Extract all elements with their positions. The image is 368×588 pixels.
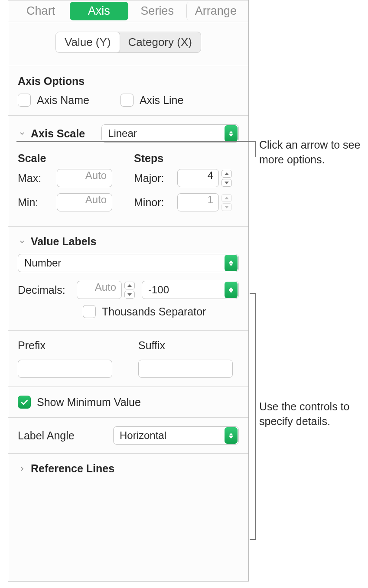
value-labels-heading: Value Labels	[31, 235, 96, 248]
callout-bracket-1	[16, 141, 256, 157]
major-stepper: 4	[177, 169, 232, 187]
major-input[interactable]: 4	[177, 169, 219, 187]
minor-step-up	[221, 194, 232, 202]
axis-scale-value: Linear	[108, 127, 137, 140]
chevron-down-icon[interactable]	[18, 129, 26, 138]
axis-scale-heading: Axis Scale	[31, 127, 85, 140]
axis-name-label: Axis Name	[37, 94, 89, 107]
axis-scale-popup[interactable]: Linear	[101, 124, 239, 143]
reference-lines-heading: Reference Lines	[31, 462, 114, 475]
suffix-label: Suffix	[138, 339, 233, 352]
minor-stepper-buttons	[221, 194, 232, 211]
format-value: Number	[24, 257, 61, 269]
major-label: Major:	[134, 172, 172, 185]
minor-step-down	[221, 203, 232, 211]
decimals-step-up[interactable]	[124, 282, 135, 289]
minor-input[interactable]: 1	[177, 193, 219, 211]
decimals-stepper-buttons[interactable]	[124, 282, 135, 299]
decimals-input[interactable]: Auto	[77, 281, 122, 299]
min-input[interactable]: Auto	[57, 193, 112, 211]
popup-arrows-icon	[225, 427, 238, 444]
suffix-input[interactable]	[138, 360, 233, 378]
thousands-checkbox[interactable]	[83, 305, 96, 318]
min-label: Min:	[18, 196, 52, 209]
label-angle-label: Label Angle	[18, 429, 104, 442]
label-angle-value: Horizontal	[120, 429, 166, 442]
show-min-section: Show Minimum Value	[8, 387, 248, 418]
minor-label: Minor:	[134, 196, 172, 209]
axis-segmented-control: Value (Y) Category (X)	[55, 32, 201, 53]
minor-stepper: 1	[177, 193, 232, 211]
chevron-down-icon[interactable]	[18, 237, 26, 246]
segment-category-x[interactable]: Category (X)	[120, 32, 201, 52]
callout-bracket-2	[250, 293, 256, 540]
steps-column: Steps Major: 4 Minor: 1	[134, 148, 239, 218]
popup-arrows-icon	[225, 255, 238, 271]
callout-controls: Use the controls to specify details.	[259, 400, 363, 429]
prefix-suffix-section: Prefix Suffix	[8, 331, 248, 387]
tab-axis[interactable]: Axis	[70, 2, 128, 20]
major-step-down[interactable]	[221, 179, 232, 187]
decimals-label: Decimals:	[18, 284, 70, 296]
axis-name-checkbox[interactable]	[18, 94, 31, 107]
popup-arrows-icon	[225, 125, 238, 142]
format-inspector-panel: Chart Axis Series Arrange Value (Y) Cate…	[8, 0, 249, 582]
popup-arrows-icon	[225, 282, 238, 298]
thousands-label: Thousands Separator	[102, 305, 206, 318]
axis-scale-section: Axis Scale Linear Scale Max: Auto Min: A…	[8, 116, 248, 227]
axis-selector-row: Value (Y) Category (X)	[8, 22, 248, 66]
chevron-right-icon[interactable]	[18, 465, 26, 473]
tab-chart[interactable]: Chart	[12, 2, 70, 20]
scale-column: Scale Max: Auto Min: Auto	[18, 148, 123, 218]
major-step-up[interactable]	[221, 170, 232, 178]
decimals-stepper: Auto	[77, 281, 135, 299]
axis-line-label: Axis Line	[140, 94, 183, 107]
callout-arrow: Click an arrow to see more options.	[259, 138, 363, 167]
axis-options-section: Axis Options Axis Name Axis Line	[8, 66, 248, 116]
prefix-input[interactable]	[18, 360, 112, 378]
prefix-label: Prefix	[18, 339, 112, 352]
max-input[interactable]: Auto	[57, 169, 112, 187]
reference-lines-section: Reference Lines	[8, 454, 248, 484]
suffix-group: Suffix	[138, 339, 233, 378]
show-min-checkbox[interactable]	[18, 396, 31, 409]
tab-arrange[interactable]: Arrange	[186, 2, 245, 20]
value-labels-section: Value Labels Number Decimals: Auto -100 …	[8, 227, 248, 331]
axis-options-heading: Axis Options	[18, 75, 239, 88]
decimals-step-down[interactable]	[124, 291, 135, 299]
inspector-tabs: Chart Axis Series Arrange	[8, 0, 248, 22]
max-label: Max:	[18, 172, 52, 185]
major-stepper-buttons[interactable]	[221, 170, 232, 187]
tab-series[interactable]: Series	[128, 2, 186, 20]
segment-value-y[interactable]: Value (Y)	[55, 32, 120, 53]
axis-line-checkbox[interactable]	[120, 94, 134, 107]
label-angle-popup[interactable]: Horizontal	[113, 426, 239, 445]
label-angle-section: Label Angle Horizontal	[8, 418, 248, 454]
show-min-label: Show Minimum Value	[37, 396, 141, 409]
prefix-group: Prefix	[18, 339, 112, 378]
negative-format-value: -100	[148, 284, 169, 296]
negative-format-popup[interactable]: -100	[142, 281, 239, 299]
format-popup[interactable]: Number	[18, 254, 239, 272]
